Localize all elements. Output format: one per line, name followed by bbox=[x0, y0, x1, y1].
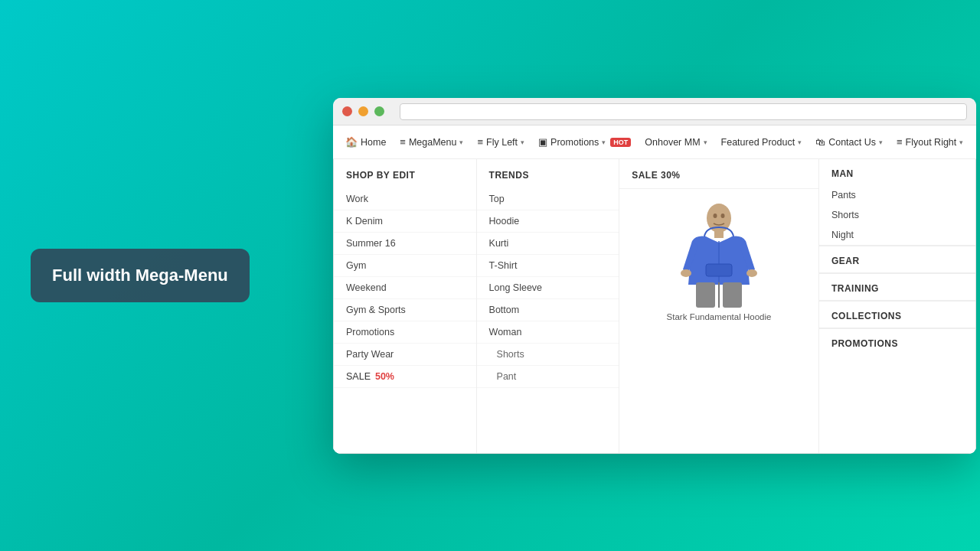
nav-flyout-label: Flyout Right bbox=[906, 137, 957, 148]
promotions-icon: ▣ bbox=[538, 136, 547, 148]
list-item[interactable]: Summer 16 bbox=[334, 233, 476, 255]
megamenu-icon: ≡ bbox=[400, 136, 406, 148]
svg-rect-8 bbox=[706, 264, 732, 276]
col1-header: SHOP BY EDIT bbox=[334, 159, 476, 188]
nav-onhover-label: Onhover MM bbox=[645, 137, 700, 148]
nav-featured-label: Featured Product bbox=[721, 137, 795, 148]
nav-featured[interactable]: Featured Product ▾ bbox=[715, 132, 808, 152]
col3-header: SALE 30% bbox=[619, 159, 818, 189]
col-right: MAN Pants Shorts Night GEAR TRAINING COL… bbox=[819, 159, 975, 453]
list-item[interactable]: Long Sleeve bbox=[477, 277, 619, 299]
list-item[interactable]: Gym & Sports bbox=[334, 299, 476, 321]
titlebar bbox=[333, 98, 976, 126]
right-section-collections: COLLECTIONS bbox=[819, 301, 975, 328]
contact-icon: 🛍 bbox=[815, 136, 825, 148]
home-icon: 🏠 bbox=[345, 136, 358, 148]
hot-badge: HOT bbox=[610, 138, 631, 147]
nav-home[interactable]: 🏠 Home bbox=[339, 132, 392, 152]
right-section-gear: GEAR bbox=[819, 246, 975, 272]
svg-point-3 bbox=[746, 269, 757, 277]
product-image bbox=[677, 197, 761, 308]
promotions-chevron: ▾ bbox=[602, 139, 606, 146]
list-item[interactable]: Kurti bbox=[477, 233, 619, 255]
nav-onhover[interactable]: Onhover MM ▾ bbox=[639, 132, 713, 152]
svg-rect-4 bbox=[696, 282, 715, 308]
product-name: Stark Fundamental Hoodie bbox=[667, 312, 772, 321]
nav-contact-label: Contact Us bbox=[828, 137, 876, 148]
list-item[interactable]: Pant bbox=[477, 366, 619, 388]
list-item[interactable]: Top bbox=[477, 188, 619, 210]
svg-point-10 bbox=[721, 214, 725, 218]
nav-megamenu-label: MegaMenu bbox=[409, 137, 457, 148]
right-section-promotions: PROMOTIONS bbox=[819, 328, 975, 355]
flyout-icon: ≡ bbox=[897, 136, 903, 148]
list-item[interactable]: Shorts bbox=[819, 205, 975, 225]
list-item[interactable]: Shorts bbox=[477, 344, 619, 366]
navbar: 🏠 Home ≡ MegaMenu ▾ ≡ Fly Left ▾ ▣ Promo… bbox=[333, 126, 976, 159]
list-item[interactable]: Pants bbox=[819, 185, 975, 205]
minimize-dot[interactable] bbox=[358, 106, 368, 116]
list-item[interactable]: Hoodie bbox=[477, 210, 619, 233]
svg-rect-5 bbox=[723, 282, 742, 308]
right-section-man: MAN bbox=[819, 159, 975, 185]
list-item[interactable]: Work bbox=[334, 188, 476, 210]
list-item[interactable]: Night bbox=[819, 225, 975, 245]
col-shop-by-edit: SHOP BY EDIT Work K Denim Summer 16 Gym … bbox=[334, 159, 477, 453]
col-trends: TRENDS Top Hoodie Kurti T-Shirt Long Sle… bbox=[477, 159, 620, 453]
list-item[interactable]: Weekend bbox=[334, 277, 476, 299]
nav-promotions[interactable]: ▣ Promotions ▾ HOT bbox=[532, 132, 637, 152]
onhover-chevron: ▾ bbox=[704, 139, 707, 146]
megamenu-chevron: ▾ bbox=[459, 139, 463, 146]
maximize-dot[interactable] bbox=[374, 106, 384, 116]
list-item[interactable]: Party Wear bbox=[334, 344, 476, 366]
flyout-chevron: ▾ bbox=[959, 139, 963, 146]
flyleft-chevron: ▾ bbox=[521, 139, 524, 146]
list-item[interactable]: Woman bbox=[477, 321, 619, 344]
right-section-training: TRAINING bbox=[819, 273, 975, 300]
list-item[interactable]: Bottom bbox=[477, 299, 619, 321]
nav-flyleft[interactable]: ≡ Fly Left ▾ bbox=[471, 132, 531, 152]
address-bar[interactable] bbox=[400, 103, 967, 120]
flyleft-icon: ≡ bbox=[477, 136, 483, 148]
svg-point-2 bbox=[681, 269, 691, 277]
featured-chevron: ▾ bbox=[798, 139, 802, 146]
mega-menu-dropdown: SHOP BY EDIT Work K Denim Summer 16 Gym … bbox=[333, 159, 976, 454]
col-sale: SALE 30% bbox=[619, 159, 819, 453]
list-item[interactable]: Gym bbox=[334, 255, 476, 277]
list-item[interactable]: T-Shirt bbox=[477, 255, 619, 277]
list-item[interactable]: SALE 50% bbox=[334, 366, 476, 388]
svg-point-9 bbox=[714, 214, 717, 218]
browser-window: 🏠 Home ≡ MegaMenu ▾ ≡ Fly Left ▾ ▣ Promo… bbox=[333, 98, 976, 454]
nav-promotions-label: Promotions bbox=[550, 137, 599, 148]
nav-flyout[interactable]: ≡ Flyout Right ▾ bbox=[890, 132, 969, 152]
nav-home-label: Home bbox=[361, 137, 386, 148]
list-item[interactable]: Promotions bbox=[334, 321, 476, 344]
nav-account[interactable]: 👤 Account ▾ bbox=[971, 132, 976, 152]
contact-chevron: ▾ bbox=[879, 139, 883, 146]
nav-megamenu[interactable]: ≡ MegaMenu ▾ bbox=[394, 132, 469, 152]
nav-flyleft-label: Fly Left bbox=[486, 137, 518, 148]
col2-header: TRENDS bbox=[477, 159, 619, 188]
close-dot[interactable] bbox=[342, 106, 352, 116]
nav-contact[interactable]: 🛍 Contact Us ▾ bbox=[809, 132, 889, 152]
list-item[interactable]: K Denim bbox=[334, 210, 476, 233]
svg-rect-1 bbox=[714, 230, 724, 238]
floating-label: Full width Mega-Menu bbox=[31, 249, 250, 302]
product-image-area: Stark Fundamental Hoodie bbox=[659, 189, 779, 453]
